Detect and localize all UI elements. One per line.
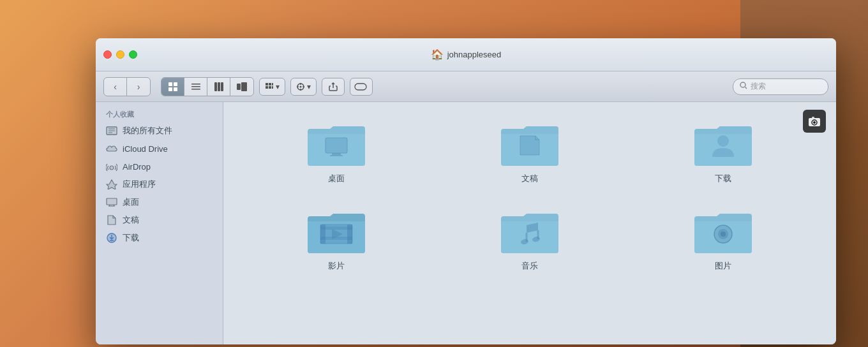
svg-point-47 — [717, 135, 729, 147]
sidebar-item-applications[interactable]: 应用程序 — [96, 175, 223, 193]
arrange-dropdown[interactable]: ▾ — [259, 78, 285, 96]
svg-rect-20 — [300, 83, 301, 85]
search-icon — [740, 82, 747, 91]
svg-rect-17 — [272, 86, 273, 89]
all-files-icon — [106, 125, 117, 137]
svg-rect-10 — [237, 84, 241, 90]
applications-icon — [106, 179, 117, 190]
view-button-group — [161, 77, 254, 96]
svg-point-19 — [300, 85, 302, 87]
view-list-button[interactable] — [184, 78, 207, 96]
screenshot-icon-button[interactable] — [803, 110, 826, 133]
svg-rect-51 — [320, 226, 352, 230]
arrange-dropdown-arrow: ▾ — [276, 82, 280, 91]
file-grid: 桌面 文稿 — [243, 115, 817, 277]
svg-rect-25 — [355, 84, 366, 90]
svg-rect-33 — [107, 198, 117, 205]
svg-rect-15 — [266, 86, 268, 89]
svg-rect-23 — [303, 86, 304, 87]
sidebar-item-icloud[interactable]: iCloud Drive — [96, 140, 223, 158]
close-button[interactable] — [103, 50, 112, 59]
action-dropdown[interactable]: ▾ — [290, 78, 317, 96]
window-title: 🏠 johnappleseed — [431, 48, 502, 61]
svg-rect-6 — [191, 89, 200, 90]
svg-rect-9 — [221, 82, 223, 91]
svg-rect-3 — [174, 87, 177, 91]
minimize-button[interactable] — [116, 50, 124, 59]
nav-button-group: ‹ › — [103, 77, 151, 96]
file-label-downloads: 下载 — [715, 173, 731, 184]
folder-icon-documents — [501, 120, 558, 168]
desktop-label: 桌面 — [123, 196, 139, 208]
file-label-movies: 影片 — [328, 260, 345, 272]
folder-icon-pictures — [694, 207, 752, 255]
file-area: 桌面 文稿 — [223, 102, 836, 344]
file-item-pictures[interactable]: 图片 — [630, 202, 817, 277]
all-files-label: 我的所有文件 — [123, 125, 172, 137]
sidebar: 个人收藏 我的所有文件 iClo — [96, 102, 223, 344]
svg-rect-11 — [241, 82, 247, 91]
file-item-documents[interactable]: 文稿 — [436, 115, 623, 189]
svg-rect-43 — [812, 117, 814, 118]
airdrop-label: AirDrop — [123, 162, 151, 172]
toolbar: ‹ › — [96, 71, 836, 102]
file-label-music: 音乐 — [521, 260, 538, 272]
airdrop-icon — [106, 161, 117, 172]
svg-rect-16 — [269, 86, 271, 89]
finder-window: 🏠 johnappleseed ‹ › — [96, 38, 836, 344]
svg-line-27 — [745, 87, 747, 89]
folder-icon-music — [501, 207, 558, 255]
forward-button[interactable]: › — [127, 78, 150, 96]
file-item-downloads[interactable]: 下载 — [630, 115, 817, 189]
documents-icon — [106, 214, 117, 226]
view-column-button[interactable] — [207, 78, 230, 96]
svg-rect-2 — [168, 87, 172, 91]
svg-rect-46 — [330, 155, 343, 156]
svg-rect-4 — [191, 84, 200, 85]
svg-rect-8 — [218, 82, 220, 91]
svg-rect-52 — [320, 237, 352, 240]
file-label-desktop: 桌面 — [328, 173, 345, 184]
svg-rect-0 — [168, 82, 172, 86]
sidebar-item-all-files[interactable]: 我的所有文件 — [96, 122, 223, 140]
sidebar-item-airdrop[interactable]: AirDrop — [96, 158, 223, 175]
folder-icon-downloads — [694, 120, 752, 168]
icloud-icon — [106, 143, 117, 154]
svg-rect-14 — [272, 83, 273, 85]
svg-rect-44 — [326, 138, 347, 153]
svg-rect-21 — [300, 89, 301, 91]
title-bar: 🏠 johnappleseed — [96, 38, 836, 71]
title-text: johnappleseed — [447, 50, 502, 59]
downloads-icon — [106, 232, 117, 244]
file-item-desktop[interactable]: 桌面 — [243, 115, 430, 189]
sidebar-item-desktop[interactable]: 桌面 — [96, 193, 223, 211]
svg-point-26 — [740, 82, 745, 87]
sidebar-item-documents[interactable]: 文稿 — [96, 211, 223, 229]
svg-rect-12 — [266, 83, 268, 85]
sidebar-item-downloads[interactable]: 下载 — [96, 229, 223, 247]
svg-rect-5 — [191, 86, 200, 87]
sidebar-section-label: 个人收藏 — [96, 110, 223, 119]
tag-button[interactable] — [350, 78, 373, 96]
file-item-music[interactable]: 音乐 — [436, 202, 623, 277]
folder-icon-movies — [308, 207, 365, 255]
search-placeholder: 搜索 — [751, 81, 766, 92]
file-label-pictures: 图片 — [715, 260, 731, 272]
search-box[interactable]: 搜索 — [733, 78, 828, 95]
downloads-label: 下载 — [123, 232, 139, 244]
view-icon-button[interactable] — [161, 78, 184, 96]
action-dropdown-arrow: ▾ — [307, 82, 311, 91]
desktop-icon — [106, 196, 117, 208]
svg-rect-45 — [332, 153, 341, 155]
share-button[interactable] — [322, 78, 345, 96]
icloud-label: iCloud Drive — [123, 144, 168, 154]
back-button[interactable]: ‹ — [104, 78, 127, 96]
maximize-button[interactable] — [129, 50, 137, 59]
file-item-movies[interactable]: 影片 — [243, 202, 430, 277]
svg-rect-22 — [297, 86, 299, 87]
svg-point-60 — [721, 232, 726, 237]
view-cover-button[interactable] — [230, 78, 253, 96]
file-label-documents: 文稿 — [521, 173, 538, 184]
documents-label: 文稿 — [123, 214, 139, 226]
title-home-icon: 🏠 — [431, 48, 444, 61]
